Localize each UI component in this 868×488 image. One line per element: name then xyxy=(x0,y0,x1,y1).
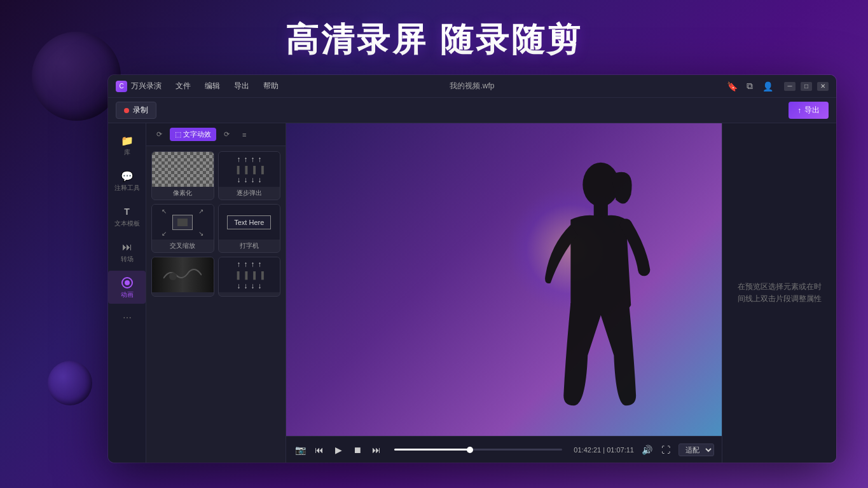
effects-grid: 像素化 ↑ ↑ ↑ ↑ ▐ ▐ ▐ xyxy=(146,146,286,302)
bookmark-icon[interactable]: 🔖 xyxy=(727,81,737,92)
minimize-button[interactable]: ─ xyxy=(784,82,796,91)
main-toolbar: 录制 ↑ 导出 xyxy=(108,98,836,123)
panel-tab-menu[interactable]: ≡ xyxy=(237,129,251,140)
menu-export[interactable]: 导出 xyxy=(228,79,256,93)
time-total: 01:07:11 xyxy=(607,446,634,454)
panel-tab-refresh[interactable]: ⟳ xyxy=(219,128,235,140)
playback-bar: 📷 ⏮ ▶ ⏹ ⏭ 01:42:21 | 01:07:11 🔊 ⛶ 适配 xyxy=(286,436,722,463)
video-bg xyxy=(286,123,722,436)
rotate-icon: ⟳ xyxy=(156,130,162,139)
transition-icon: ⏭ xyxy=(120,240,134,254)
left-sidebar: 📁 库 💬 注释工具 T 文本模板 ⏭ 转场 xyxy=(108,123,146,463)
export-icon: ↑ xyxy=(797,106,801,115)
sidebar-label-annotation: 注释工具 xyxy=(114,184,140,192)
time-display: 01:42:21 | 01:07:11 xyxy=(574,446,634,454)
record-dot xyxy=(124,108,129,113)
sidebar-item-transition[interactable]: ⏭ 转场 xyxy=(108,235,146,268)
export-button[interactable]: ↑ 导出 xyxy=(789,102,829,119)
copy-icon[interactable]: ⧉ xyxy=(745,81,755,92)
time-current: 01:42:21 xyxy=(574,446,601,454)
skip-forward-button[interactable]: ⏭ xyxy=(370,444,383,456)
panel-tab-text-effect[interactable]: ⬚ 文字动效 xyxy=(170,128,216,141)
more-icon[interactable]: ⋯ xyxy=(123,313,132,323)
sidebar-label-transition: 转场 xyxy=(121,255,134,263)
record-button[interactable]: 录制 xyxy=(116,102,156,119)
app-logo: C xyxy=(116,81,127,92)
camera-button[interactable]: 📷 xyxy=(294,444,307,456)
text-icon: ⬚ xyxy=(175,130,181,139)
panel-tabs: ⟳ ⬚ 文字动效 ⟳ ≡ xyxy=(146,123,286,146)
effect-label-popup: 逐步弹出 xyxy=(219,187,280,200)
title-bar: C 万兴录演 文件 编辑 导出 帮助 我的视频.wfp 🔖 ⧉ 👤 ─ □ ✕ xyxy=(108,75,836,98)
sidebar-item-text-template[interactable]: T 文本模板 xyxy=(108,200,146,233)
app-name: 万兴录演 xyxy=(131,81,162,92)
progress-bar[interactable] xyxy=(394,449,562,451)
effect-item-arrows[interactable]: ↑ ↑ ↑ ↑ ▐ ▐ ▐ ▐ ↓ ↓ xyxy=(218,257,281,297)
annotation-icon: 💬 xyxy=(120,169,134,183)
effect-label-6 xyxy=(219,292,280,296)
right-panel: 在预览区选择元素或在时间线上双击片段调整属性 xyxy=(722,123,836,463)
play-button[interactable]: ▶ xyxy=(332,444,345,456)
close-button[interactable]: ✕ xyxy=(817,82,829,91)
effect-item-popup[interactable]: ↑ ↑ ↑ ↑ ▐ ▐ ▐ ▐ ↓ ↓ xyxy=(218,151,281,200)
panel-tab-text-label: 文字动效 xyxy=(183,130,211,139)
menu-help[interactable]: 帮助 xyxy=(257,79,285,93)
effect-item-zoom-cross[interactable]: ↖ ↗ ↙ ↘ 交叉缩放 xyxy=(151,204,214,253)
file-name: 我的视频.wfp xyxy=(450,81,494,92)
title-icons: 🔖 ⧉ 👤 xyxy=(727,81,773,92)
menu-icon: ≡ xyxy=(242,131,246,139)
center-area: 📷 ⏮ ▶ ⏹ ⏭ 01:42:21 | 01:07:11 🔊 ⛶ 适配 xyxy=(286,123,722,463)
fullscreen-button[interactable]: ⛶ xyxy=(659,444,672,456)
effect-label-zoom-cross: 交叉缩放 xyxy=(152,240,214,252)
skip-back-button[interactable]: ⏮ xyxy=(313,444,326,456)
silhouette-figure xyxy=(535,154,656,436)
maximize-button[interactable]: □ xyxy=(801,82,812,91)
effect-item-wave[interactable] xyxy=(151,257,214,297)
app-window: C 万兴录演 文件 编辑 导出 帮助 我的视频.wfp 🔖 ⧉ 👤 ─ □ ✕ … xyxy=(108,75,836,463)
panel-tab-rotate[interactable]: ⟳ xyxy=(151,128,167,140)
sidebar-item-annotation[interactable]: 💬 注释工具 xyxy=(108,164,146,197)
window-controls: 🔖 ⧉ 👤 ─ □ ✕ xyxy=(727,81,829,92)
stop-button[interactable]: ⏹ xyxy=(351,444,364,456)
svg-point-2 xyxy=(169,273,177,280)
bg-sphere-bottom-left xyxy=(48,361,92,405)
record-label: 录制 xyxy=(133,105,148,116)
progress-fill xyxy=(394,449,470,451)
menu-edit[interactable]: 编辑 xyxy=(198,79,226,93)
svg-point-1 xyxy=(125,280,130,285)
main-heading: 高清录屏 随录随剪 xyxy=(0,18,868,62)
fit-select[interactable]: 适配 xyxy=(679,444,714,456)
effect-label-typewriter: 打字机 xyxy=(219,240,280,252)
animation-icon xyxy=(120,276,134,290)
effect-label-wave xyxy=(152,292,214,296)
library-icon: 📁 xyxy=(120,133,134,147)
menu-bar: 文件 编辑 导出 帮助 xyxy=(169,79,285,93)
text-template-icon: T xyxy=(120,205,134,219)
right-panel-hint: 在预览区选择元素或在时间线上双击片段调整属性 xyxy=(735,281,823,305)
effect-item-pixelate[interactable]: 像素化 xyxy=(151,151,214,200)
export-label: 导出 xyxy=(804,105,820,116)
progress-thumb xyxy=(467,447,473,453)
effect-label-pixelate: 像素化 xyxy=(152,187,214,200)
logo-char: C xyxy=(119,83,123,90)
sidebar-label-animation: 动画 xyxy=(121,291,134,299)
panel-area: ⟳ ⬚ 文字动效 ⟳ ≡ 像素化 xyxy=(146,123,286,463)
sidebar-item-animation[interactable]: 动画 xyxy=(108,271,146,304)
refresh-icon: ⟳ xyxy=(224,130,230,139)
user-icon[interactable]: 👤 xyxy=(762,81,773,92)
menu-file[interactable]: 文件 xyxy=(169,79,197,93)
volume-icon[interactable]: 🔊 xyxy=(640,444,653,456)
video-preview xyxy=(286,123,722,436)
sidebar-label-text-template: 文本模板 xyxy=(114,220,140,227)
sidebar-item-library[interactable]: 📁 库 xyxy=(108,128,146,161)
sidebar-label-library: 库 xyxy=(124,149,130,156)
main-content: 📁 库 💬 注释工具 T 文本模板 ⏭ 转场 xyxy=(108,123,836,463)
effect-item-typewriter[interactable]: Text Here → 打字机 xyxy=(218,204,281,253)
